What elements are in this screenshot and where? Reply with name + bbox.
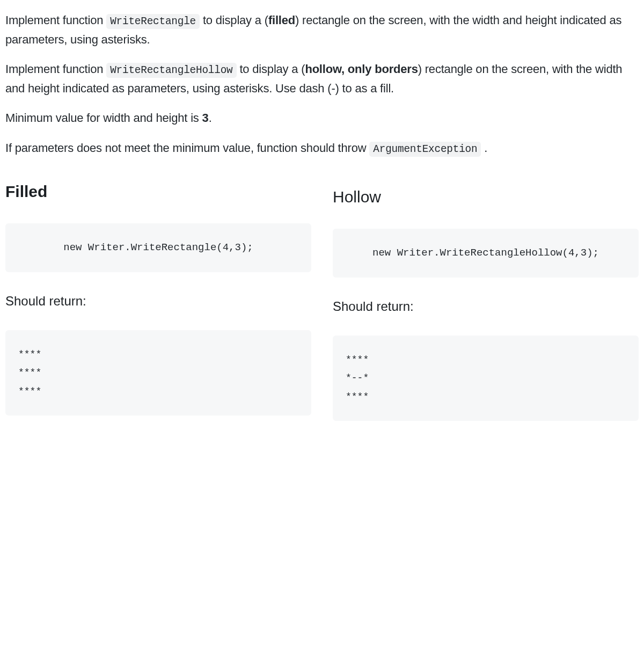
heading-hollow: Hollow [333,184,639,210]
code-inline-argumentexception: ArgumentException [369,142,481,157]
bold-three: 3 [202,111,209,125]
bold-hollow: hollow, only borders [305,62,418,76]
bold-filled: filled [268,13,295,27]
code-output-filled: **** **** **** [5,330,311,416]
text: Implement function [5,62,106,76]
paragraph-1: Implement function WriteRectangle to dis… [5,11,639,49]
text: to display a ( [200,13,268,27]
code-inline-writerectanglehollow: WriteRectangleHollow [106,63,236,78]
column-hollow: Hollow new Writer.WriteRectangleHollow(4… [333,173,639,439]
paragraph-4: If parameters does not meet the minimum … [5,139,639,158]
heading-filled: Filled [5,179,311,205]
text: Implement function [5,13,106,27]
code-call-filled: new Writer.WriteRectangle(4,3); [5,223,311,272]
code-output-hollow: **** *--* **** [333,336,639,421]
text: If parameters does not meet the minimum … [5,141,369,155]
text: Minimum value for width and height is [5,111,202,125]
examples-columns: Filled new Writer.WriteRectangle(4,3); S… [5,173,639,439]
text: to display a ( [237,62,305,76]
paragraph-2: Implement function WriteRectangleHollow … [5,60,639,98]
column-filled: Filled new Writer.WriteRectangle(4,3); S… [5,173,311,439]
code-call-hollow: new Writer.WriteRectangleHollow(4,3); [333,229,639,277]
paragraph-3: Minimum value for width and height is 3. [5,108,639,127]
text: . [209,111,212,125]
code-inline-writerectangle: WriteRectangle [106,14,200,29]
text: . [481,141,487,155]
should-return-filled: Should return: [5,291,311,311]
should-return-hollow: Should return: [333,296,639,317]
